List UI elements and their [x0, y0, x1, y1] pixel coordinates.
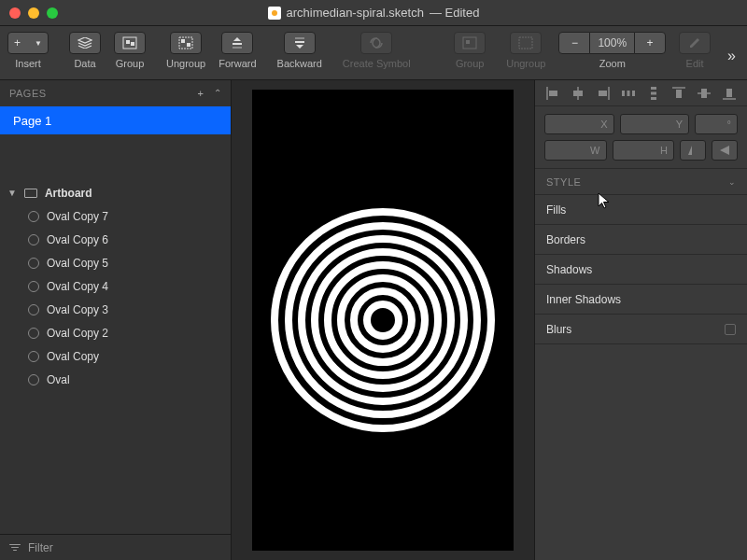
artboard-row[interactable]: ▼ Artboard	[0, 181, 231, 204]
window-title: archimedian-spiral.sketch — Edited	[58, 6, 689, 20]
filter-icon	[9, 544, 21, 552]
distribute-h-icon[interactable]	[622, 87, 635, 100]
layer-row[interactable]: Oval Copy 5	[0, 251, 231, 274]
align-bottom-icon[interactable]	[723, 87, 736, 100]
oval-icon	[28, 351, 39, 362]
canvas[interactable]	[232, 80, 534, 560]
align-center-h-icon[interactable]	[571, 87, 585, 100]
layer-label: Oval Copy 4	[47, 280, 108, 293]
flip-horizontal-button[interactable]	[680, 140, 706, 161]
x-field[interactable]: X	[544, 114, 614, 134]
stack-icon	[78, 37, 92, 49]
oval-icon	[28, 258, 39, 269]
svg-rect-26	[676, 90, 682, 98]
flip-vertical-button[interactable]	[712, 140, 738, 161]
disclosure-triangle-icon[interactable]: ▼	[7, 188, 17, 198]
zoom-value[interactable]: 100%	[590, 32, 634, 54]
group-button[interactable]	[114, 32, 146, 54]
layer-label: Oval Copy 7	[47, 210, 108, 223]
oval-icon	[28, 211, 39, 222]
ungroup-button[interactable]	[170, 32, 202, 54]
group2-label: Group	[456, 58, 485, 69]
send-backward-icon	[293, 36, 306, 49]
zoom-out-button[interactable]: −	[558, 32, 590, 54]
add-page-button[interactable]: +	[198, 88, 204, 99]
align-right-icon[interactable]	[597, 87, 610, 100]
oval-icon	[28, 374, 39, 385]
close-window-button[interactable]	[9, 7, 21, 19]
group-icon	[122, 36, 137, 49]
forward-button[interactable]	[221, 32, 253, 54]
oval-icon	[28, 281, 39, 292]
collapse-pages-button[interactable]: ⌃	[214, 88, 222, 99]
width-field[interactable]: W	[544, 140, 607, 161]
fullscreen-window-button[interactable]	[47, 7, 58, 19]
blurs-section[interactable]: Blurs	[535, 315, 747, 344]
fills-section[interactable]: Fills	[535, 195, 747, 225]
group-icon	[462, 36, 477, 49]
oval-icon	[28, 234, 39, 245]
y-field[interactable]: Y	[620, 114, 690, 134]
page-item[interactable]: Page 1	[0, 106, 231, 134]
ungroup-icon	[518, 36, 533, 49]
distribute-v-icon[interactable]	[647, 87, 660, 100]
minimize-window-button[interactable]	[28, 7, 39, 19]
svg-rect-28	[701, 89, 707, 98]
layer-row[interactable]: Oval Copy 6	[0, 228, 231, 251]
backward-button[interactable]	[284, 32, 316, 54]
layer-label: Oval Copy	[47, 350, 99, 363]
insert-button[interactable]: + ▼	[7, 32, 49, 54]
group-label: Group	[116, 58, 145, 69]
layer-label: Oval Copy 5	[47, 257, 108, 270]
svg-rect-9	[295, 41, 304, 43]
bring-forward-icon	[231, 36, 244, 49]
data-button[interactable]	[69, 32, 101, 54]
svg-rect-23	[651, 91, 656, 94]
layer-row[interactable]: Oval	[0, 368, 231, 391]
create-symbol-icon	[369, 36, 384, 49]
align-top-icon[interactable]	[672, 87, 685, 100]
shadows-section[interactable]: Shadows	[535, 255, 747, 285]
data-label: Data	[74, 58, 95, 69]
svg-rect-21	[632, 91, 635, 96]
toolbar: + ▼ Insert Data Group Ungroup	[0, 26, 747, 80]
zoom-in-button[interactable]: +	[634, 32, 666, 54]
layers-panel: ▼ Artboard Oval Copy 7Oval Copy 6Oval Co…	[0, 181, 231, 534]
inner-shadows-section[interactable]: Inner Shadows	[535, 285, 747, 315]
position-size-panel: X Y ° W H	[535, 106, 747, 169]
align-left-icon[interactable]	[546, 87, 559, 100]
left-sidebar: PAGES + ⌃ Page 1 ▼ Artboard Oval Copy 7O…	[0, 80, 232, 560]
layer-row[interactable]: Oval Copy 4	[0, 274, 231, 298]
chevron-down-icon: ▼	[35, 39, 42, 48]
ungroup-label: Ungroup	[166, 58, 205, 69]
height-field[interactable]: H	[613, 140, 675, 161]
filter-bar[interactable]: Filter	[0, 534, 231, 560]
artboard-label: Artboard	[45, 187, 92, 200]
edit-button	[679, 32, 711, 54]
edit-label: Edit	[686, 58, 704, 69]
toolbar-overflow-button[interactable]: »	[724, 44, 740, 68]
align-middle-icon[interactable]	[698, 87, 711, 100]
create-symbol-button	[360, 32, 392, 54]
ungroup2-button	[510, 32, 542, 54]
svg-rect-8	[295, 37, 304, 39]
concentric-ovals[interactable]	[271, 208, 495, 432]
alignment-row	[535, 80, 747, 106]
svg-rect-11	[466, 40, 470, 44]
layer-label: Oval	[47, 373, 70, 386]
layer-label: Oval Copy 6	[47, 233, 108, 246]
artboard-canvas[interactable]	[252, 90, 514, 551]
create-symbol-label: Create Symbol	[343, 58, 411, 69]
layer-row[interactable]: Oval Copy 3	[0, 298, 231, 321]
angle-field[interactable]: °	[695, 114, 738, 134]
layer-row[interactable]: Oval Copy 7	[0, 204, 231, 228]
layer-row[interactable]: Oval Copy	[0, 344, 231, 368]
blurs-toggle[interactable]	[725, 324, 736, 335]
oval-shape[interactable]	[363, 301, 402, 340]
layer-row[interactable]: Oval Copy 2	[0, 321, 231, 344]
svg-rect-22	[651, 87, 656, 90]
borders-section[interactable]: Borders	[535, 225, 747, 255]
style-header[interactable]: STYLE ⌄	[535, 169, 747, 195]
ungroup2-label: Ungroup	[506, 58, 545, 69]
plus-icon: +	[14, 36, 21, 49]
